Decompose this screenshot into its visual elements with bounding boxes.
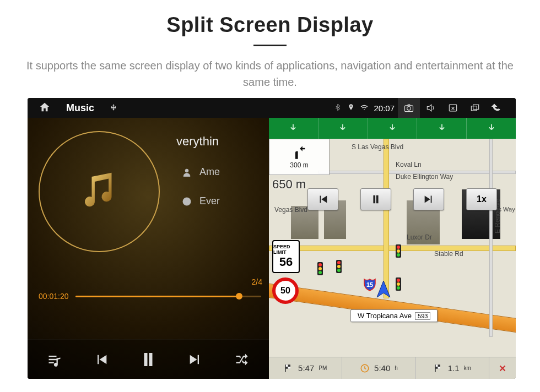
map-road bbox=[269, 246, 516, 251]
progress-bar[interactable]: 00:01:20 bbox=[39, 292, 261, 301]
traffic-light-icon bbox=[396, 244, 401, 258]
music-note-icon bbox=[74, 167, 124, 216]
page-title: Split Screen Display bbox=[0, 13, 540, 37]
svg-rect-2 bbox=[449, 105, 456, 111]
wifi-icon bbox=[360, 104, 368, 113]
street-label: W Tropicana Ave bbox=[358, 312, 412, 320]
track-title: verythin bbox=[176, 134, 219, 149]
svg-rect-4 bbox=[473, 105, 479, 109]
title-underline bbox=[253, 45, 287, 46]
lane-guidance-bar bbox=[269, 118, 516, 139]
turn-main-distance: 650 m bbox=[272, 177, 306, 192]
close-app-button[interactable] bbox=[442, 98, 464, 118]
street-label: Stable Rd bbox=[434, 250, 463, 258]
close-icon bbox=[498, 363, 507, 373]
nav-media-overlay: 1x bbox=[307, 188, 497, 210]
flag-icon bbox=[284, 363, 294, 373]
flag-icon bbox=[434, 363, 444, 373]
traffic-light-icon bbox=[396, 277, 401, 291]
map-road bbox=[384, 139, 389, 298]
page-subtitle: It supports the same screen display of t… bbox=[22, 57, 518, 90]
overlay-next-button[interactable] bbox=[413, 188, 444, 210]
overlay-prev-button[interactable] bbox=[307, 188, 338, 210]
eta-cell[interactable]: 5:47PM bbox=[269, 357, 342, 379]
progress-fill bbox=[75, 296, 239, 297]
artist-row: Ame bbox=[182, 166, 220, 178]
lane-arrow-icon bbox=[318, 118, 368, 139]
shuffle-button[interactable] bbox=[231, 349, 253, 371]
street-label: Duke Ellington Way bbox=[396, 173, 453, 181]
current-speed-value: 50 bbox=[280, 286, 290, 296]
artist-name: Ame bbox=[199, 166, 220, 178]
traffic-light-icon bbox=[317, 262, 323, 275]
svg-rect-11 bbox=[288, 367, 291, 369]
elapsed-time: 00:01:20 bbox=[39, 292, 69, 301]
home-icon[interactable] bbox=[39, 101, 51, 115]
svg-rect-16 bbox=[438, 367, 440, 369]
back-button[interactable] bbox=[486, 98, 508, 118]
lane-arrow-icon bbox=[269, 118, 318, 139]
track-metadata: verythin Ame Ever bbox=[182, 134, 220, 207]
disc-icon bbox=[182, 197, 192, 206]
lane-arrow-icon bbox=[368, 118, 418, 139]
street-label: Vegas Blvd bbox=[274, 206, 307, 214]
turn-left-icon bbox=[291, 145, 307, 160]
statusbar-app-label: Music bbox=[66, 102, 94, 114]
lane-arrow-icon bbox=[417, 118, 467, 139]
statusbar-indicators: 20:07 bbox=[334, 104, 398, 113]
next-turn-card: 300 m bbox=[269, 139, 330, 175]
volume-button[interactable] bbox=[420, 98, 442, 118]
svg-point-5 bbox=[185, 169, 188, 172]
svg-rect-3 bbox=[471, 106, 477, 111]
overlay-pause-button[interactable] bbox=[360, 188, 391, 210]
usb-icon[interactable] bbox=[110, 102, 117, 114]
current-speed-badge: 50 bbox=[272, 277, 299, 304]
turn-step-distance: 300 m bbox=[290, 161, 308, 169]
current-street-pill: W Tropicana Ave 593 bbox=[350, 309, 438, 322]
album-art bbox=[39, 131, 160, 252]
progress-track[interactable] bbox=[75, 296, 262, 297]
navigation-pane: S Las Vegas Blvd Koval Ln Duke Ellington… bbox=[269, 118, 516, 379]
street-label: Koval Ln bbox=[396, 161, 422, 168]
lane-arrow-icon bbox=[467, 118, 516, 139]
next-track-button[interactable] bbox=[184, 349, 206, 371]
recents-button[interactable] bbox=[464, 98, 486, 118]
clock-icon bbox=[360, 363, 370, 373]
svg-point-1 bbox=[407, 107, 411, 111]
album-name: Ever bbox=[199, 195, 220, 207]
status-bar: Music 20:07 bbox=[28, 98, 516, 118]
device-frame: Music 20:07 bbox=[28, 98, 516, 379]
clock-time: 20:07 bbox=[374, 104, 395, 113]
music-main: verythin Ame Ever 2/4 00:01:20 bbox=[28, 118, 269, 339]
bluetooth-icon bbox=[334, 104, 342, 113]
progress-thumb[interactable] bbox=[236, 293, 242, 300]
traffic-light-icon bbox=[336, 260, 342, 273]
nav-close-button[interactable] bbox=[489, 357, 516, 379]
speed-limit-label: SPEED LIMIT bbox=[273, 244, 299, 255]
speed-limit-value: 56 bbox=[279, 255, 293, 269]
album-row: Ever bbox=[182, 195, 220, 207]
track-title-row: verythin bbox=[176, 134, 220, 149]
playlist-button[interactable] bbox=[44, 349, 66, 371]
nav-bottom-bar: 5:47PM 5:40h 1.1km bbox=[269, 357, 516, 379]
gps-pin-icon bbox=[347, 104, 355, 113]
route-number-badge: 593 bbox=[415, 312, 430, 320]
distance-cell[interactable]: 1.1km bbox=[416, 357, 489, 379]
track-index: 2/4 bbox=[252, 277, 262, 286]
street-label: S Las Vegas Blvd bbox=[352, 143, 403, 151]
speed-limit-sign: SPEED LIMIT 56 bbox=[272, 240, 300, 273]
music-pane: verythin Ame Ever 2/4 00:01:20 bbox=[28, 118, 269, 379]
map-road bbox=[489, 139, 493, 337]
svg-point-7 bbox=[186, 200, 188, 203]
music-controls bbox=[28, 339, 269, 379]
play-pause-button[interactable] bbox=[137, 349, 159, 371]
person-icon bbox=[182, 167, 192, 177]
vehicle-position-icon bbox=[372, 279, 395, 303]
street-label: Luxor Dr bbox=[407, 233, 432, 241]
camera-button[interactable] bbox=[398, 98, 420, 118]
prev-track-button[interactable] bbox=[90, 349, 112, 371]
overlay-speed-button[interactable]: 1x bbox=[466, 188, 497, 210]
duration-cell[interactable]: 5:40h bbox=[342, 357, 415, 379]
